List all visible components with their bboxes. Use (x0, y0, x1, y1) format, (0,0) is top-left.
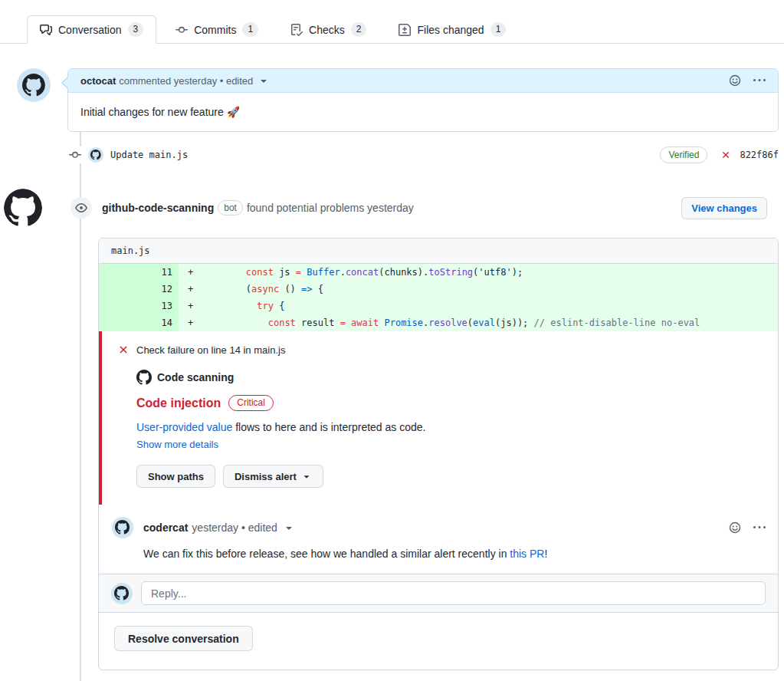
pr-link[interactable]: this PR (510, 548, 544, 560)
comment-header: octocat commented yesterday • edited (68, 69, 778, 93)
avatar[interactable] (17, 68, 51, 102)
smiley-icon[interactable] (729, 74, 741, 87)
diff-line: 12+ (async () => { (99, 281, 778, 298)
diff-sign: + (179, 314, 202, 331)
code-token (202, 267, 246, 278)
tab-counter: 1 (242, 22, 258, 37)
avatar[interactable] (112, 517, 133, 538)
file-diff-icon (399, 24, 411, 36)
code-token: => (301, 284, 312, 294)
comment-discussion-icon (40, 24, 52, 36)
comment-meta: commented yesterday • edited (119, 75, 253, 87)
github-mark-icon (136, 370, 152, 385)
code-token: Promise (384, 317, 423, 328)
diff-line: 11+ const js = Buffer.concat(chunks).toS… (99, 264, 778, 281)
reply-input[interactable] (141, 581, 766, 605)
pr-tab-bar: Conversation 3 Commits 1 Checks 2 Files … (0, 0, 784, 44)
code-filename: main.js (99, 239, 778, 264)
tab-label: Commits (194, 24, 236, 36)
view-changes-button[interactable]: View changes (681, 197, 767, 219)
code-token: const (246, 267, 274, 278)
bot-event-row: github-code-scanning bot found potential… (4, 189, 767, 227)
comment-body-text: We can fix this before release, see how … (143, 548, 510, 560)
diff-block: 11+ const js = Buffer.concat(chunks).toS… (99, 264, 778, 331)
eye-icon (71, 197, 92, 219)
git-commit-icon (69, 146, 81, 163)
code-token: const (268, 317, 296, 328)
alert-rule-name: Code injection (136, 396, 221, 410)
tab-checks[interactable]: Checks 2 (277, 15, 379, 44)
kebab-horizontal-icon[interactable] (753, 521, 766, 534)
reply-strip (99, 574, 778, 613)
comment-card: octocat commented yesterday • edited Ini… (67, 68, 779, 132)
alert-desc-link[interactable]: User-provided value (136, 421, 232, 433)
line-number: 12 (99, 281, 179, 298)
code-token: = (340, 317, 346, 328)
code-token: ( (467, 317, 473, 328)
diff-sign: + (179, 264, 202, 281)
chevron-down-icon[interactable] (258, 74, 270, 87)
alert-title: Check failure on line 14 in main.js (136, 344, 285, 356)
code-token: resolve (428, 317, 467, 328)
tab-counter: 1 (490, 22, 507, 37)
chevron-down-icon[interactable] (283, 521, 295, 534)
x-icon (117, 344, 130, 356)
code-token: async (251, 284, 279, 294)
code-token: () (279, 284, 301, 294)
comment-body: Initial changes for new feature 🚀 (68, 93, 778, 131)
code-token (346, 317, 351, 328)
alert-desc-text: flows to here and is interpreted as code… (232, 421, 425, 433)
diff-line: 14+ const result = await Promise.resolve… (99, 314, 778, 331)
code-token: . (340, 267, 346, 278)
smiley-icon[interactable] (729, 521, 741, 534)
dismiss-alert-label: Dismiss alert (235, 471, 297, 482)
bot-author[interactable]: github-code-scanning (102, 202, 214, 214)
resolve-area: Resolve conversation (99, 613, 778, 669)
code-token: js (274, 267, 296, 278)
comment-body-text: ! (544, 548, 547, 560)
code-token (202, 317, 268, 328)
dismiss-alert-button[interactable]: Dismiss alert (223, 465, 323, 488)
code-token: Buffer (307, 267, 340, 278)
bot-badge: bot (218, 200, 243, 215)
tab-counter: 2 (351, 22, 367, 37)
alert-tool-name: Code scanning (157, 371, 234, 383)
code-line: const js = Buffer.concat(chunks).toStrin… (202, 264, 778, 281)
severity-badge: Critical (228, 395, 274, 411)
comment-author[interactable]: octocat (80, 75, 116, 87)
avatar[interactable] (88, 147, 103, 163)
commit-message[interactable]: Update main.js (110, 150, 188, 160)
verified-badge[interactable]: Verified (660, 146, 707, 163)
x-icon[interactable] (720, 150, 731, 160)
code-token: (chunks). (379, 267, 428, 278)
show-more-details-link[interactable]: Show more details (136, 439, 218, 450)
code-token: // eslint-disable-line no-eval (534, 317, 700, 328)
github-logo-avatar[interactable] (4, 189, 42, 227)
code-token: 'utf8' (478, 267, 511, 278)
comment-octocat: octocat commented yesterday • edited Ini… (17, 68, 779, 132)
avatar (111, 583, 133, 604)
resolve-conversation-button[interactable]: Resolve conversation (114, 626, 253, 651)
tab-commits[interactable]: Commits 1 (162, 15, 271, 44)
git-commit-icon (175, 24, 188, 36)
comment-author[interactable]: codercat (143, 521, 188, 534)
kebab-horizontal-icon[interactable] (753, 74, 766, 87)
code-token: (js)); (495, 317, 534, 328)
code-line: (async () => { (202, 281, 778, 298)
code-line: const result = await Promise.resolve(eva… (202, 314, 778, 331)
diff-sign: + (179, 281, 202, 298)
tab-conversation[interactable]: Conversation 3 (27, 15, 156, 44)
code-token: ( (202, 284, 251, 294)
code-token: concat (346, 267, 379, 278)
commit-sha[interactable]: 822f86f (740, 150, 779, 160)
comment-codercat: codercat yesterday • edited We can f (99, 505, 778, 574)
code-token: = (296, 267, 301, 278)
show-paths-button[interactable]: Show paths (136, 465, 215, 488)
review-thread-card: main.js 11+ const js = Buffer.concat(chu… (98, 238, 779, 670)
line-number: 14 (99, 314, 179, 331)
code-line: try { (202, 298, 778, 314)
code-token: eval (473, 317, 495, 328)
bot-action-text: found potential problems yesterday (247, 202, 414, 214)
chevron-down-icon (301, 471, 312, 482)
tab-files-changed[interactable]: Files changed 1 (385, 15, 519, 44)
